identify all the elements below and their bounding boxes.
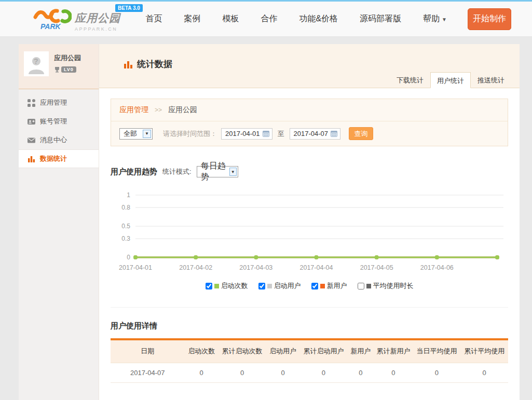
breadcrumb-separator: >>	[155, 106, 162, 114]
chart-legend: 启动次数启动用户新用户平均使用时长	[111, 281, 508, 291]
usage-trend-chart: 00.30.50.812017-04-012017-04-022017-04-0…	[111, 190, 508, 275]
chevron-down-icon: ▼	[229, 168, 237, 176]
table-cell: 0	[185, 363, 219, 382]
main-nav: 首页 案例 模板 合作 功能&价格 源码部署版 帮助▼	[145, 13, 447, 24]
legend-checkbox[interactable]	[311, 283, 318, 289]
legend-checkbox[interactable]	[206, 283, 212, 289]
nav-item-cases[interactable]: 案例	[184, 13, 200, 24]
legend-checkbox[interactable]	[258, 283, 265, 289]
svg-text:2017-04-03: 2017-04-03	[239, 264, 272, 271]
app-filter-select[interactable]: 全部 ▼	[119, 128, 153, 140]
nav-item-pricing[interactable]: 功能&价格	[299, 13, 338, 24]
content-body: 应用管理 >> 应用公园 全部 ▼ 请选择时间范围： 2017-04-01	[99, 88, 520, 400]
profile-name: 应用公园	[54, 53, 81, 63]
sidebar-item-app-management[interactable]: 应用管理	[19, 93, 99, 112]
query-button[interactable]: 查询	[349, 127, 373, 140]
legend-swatch-icon	[366, 284, 371, 288]
breadcrumb-app-management[interactable]: 应用管理	[119, 105, 148, 115]
avatar[interactable]: ?	[24, 51, 49, 76]
legend-checkbox[interactable]	[358, 283, 364, 289]
trophy-icon	[54, 66, 60, 73]
legend-label: 新用户	[327, 281, 347, 291]
tab-download-stats[interactable]: 下载统计	[390, 72, 430, 88]
nav-item-templates[interactable]: 模板	[222, 13, 239, 24]
bar-chart-icon	[28, 155, 35, 163]
sidebar-menu: 应用管理 账号管理 消息中心	[19, 89, 99, 168]
nav-item-source-deploy[interactable]: 源码部署版	[360, 13, 401, 24]
svg-text:0.3: 0.3	[121, 235, 130, 242]
table-cell: 0	[219, 363, 266, 382]
column-header: 累计新用户	[374, 339, 413, 363]
page-title: 统计数据	[124, 58, 172, 70]
grid-icon	[28, 99, 35, 107]
table-header-row: 日期启动次数累计启动次数启动用户累计启动用户新用户累计新用户当日平均使用累计平均…	[111, 339, 508, 363]
content-header: 统计数据 下载统计 用户统计 推送统计	[99, 44, 520, 88]
legend-item-3: 平均使用时长	[358, 281, 414, 291]
legend-swatch-icon	[267, 284, 272, 288]
sidebar-item-account-management[interactable]: 账号管理	[19, 112, 99, 131]
svg-text:?: ?	[34, 57, 38, 65]
sidebar-item-data-statistics[interactable]: 数据统计	[19, 149, 99, 168]
date-to-input[interactable]: 2017-04-07	[290, 128, 341, 140]
table-cell: 0	[347, 363, 374, 382]
chevron-down-icon: ▼	[442, 17, 447, 22]
filter-row: 全部 ▼ 请选择时间范围： 2017-04-01 至 20	[111, 121, 508, 146]
date-range-label: 请选择时间范围：	[163, 129, 217, 139]
column-header: 启动用户	[266, 339, 299, 363]
tab-user-stats[interactable]: 用户统计	[430, 72, 471, 88]
column-header: 当日平均使用	[413, 339, 461, 363]
account-card-icon	[28, 118, 35, 126]
person-placeholder-icon: ?	[26, 53, 47, 74]
nav-item-help[interactable]: 帮助▼	[423, 13, 447, 24]
profile-box: ? 应用公园 LV0	[19, 44, 99, 89]
legend-swatch-icon	[214, 284, 219, 288]
start-create-button[interactable]: 开始制作	[468, 8, 511, 30]
section-divider	[111, 307, 508, 308]
svg-text:0: 0	[127, 254, 130, 261]
envelope-icon	[28, 136, 35, 144]
table-cell: 0	[460, 363, 508, 382]
logo-mark-icon: PARK	[33, 7, 72, 31]
nav-item-cooperation[interactable]: 合作	[261, 13, 277, 24]
svg-text:2017-04-05: 2017-04-05	[360, 264, 393, 271]
legend-item-2: 新用户	[311, 281, 347, 291]
column-header: 启动次数	[185, 339, 219, 363]
logo-title: 应用公园	[75, 11, 120, 25]
legend-label: 平均使用时长	[373, 281, 414, 291]
legend-item-1: 启动用户	[258, 281, 301, 291]
table-row: 2017-04-0700000000	[111, 363, 508, 382]
date-from-input[interactable]: 2017-04-01	[221, 128, 272, 140]
to-label: 至	[278, 129, 284, 139]
statistics-icon	[124, 60, 133, 69]
svg-text:2017-04-02: 2017-04-02	[179, 264, 212, 271]
legend-item-0: 启动次数	[206, 281, 248, 291]
nav-item-home[interactable]: 首页	[145, 13, 162, 24]
table-cell: 0	[266, 363, 299, 382]
filter-panel: 应用管理 >> 应用公园 全部 ▼ 请选择时间范围： 2017-04-01	[111, 99, 508, 146]
legend-label: 启动次数	[221, 281, 248, 291]
breadcrumb: 应用管理 >> 应用公园	[111, 99, 508, 121]
column-header: 日期	[111, 339, 185, 363]
legend-swatch-icon	[320, 284, 325, 288]
stats-tabs: 下载统计 用户统计 推送统计	[390, 72, 511, 88]
svg-text:2017-04-06: 2017-04-06	[420, 264, 454, 271]
tab-push-stats[interactable]: 推送统计	[471, 72, 511, 88]
calendar-icon	[263, 130, 269, 137]
svg-text:2017-04-04: 2017-04-04	[300, 264, 333, 271]
legend-label: 启动用户	[274, 281, 301, 291]
trend-title: 用户使用趋势	[111, 167, 157, 177]
trend-mode-select[interactable]: 每日趋势 ▼	[197, 166, 238, 177]
column-header: 累计平均使用	[460, 339, 508, 363]
usage-details-table: 日期启动次数累计启动次数启动用户累计启动用户新用户累计新用户当日平均使用累计平均…	[111, 338, 508, 383]
content-area: 统计数据 下载统计 用户统计 推送统计 应用管理 >> 应用公园 全部 ▼	[99, 44, 520, 400]
details-title: 用户使用详情	[111, 321, 508, 331]
beta-badge: BETA 3.0	[115, 4, 143, 12]
logo[interactable]: PARK 应用公园 APPPARK.CN	[33, 7, 120, 32]
sidebar-item-message-center[interactable]: 消息中心	[19, 131, 99, 149]
trend-header: 用户使用趋势 统计模式: 每日趋势 ▼	[111, 166, 508, 177]
table-cell: 0	[300, 363, 348, 382]
svg-text:1: 1	[127, 191, 130, 199]
table-cell: 0	[413, 363, 461, 382]
chevron-down-icon: ▼	[143, 130, 151, 138]
main-card: ? 应用公园 LV0 应用管理	[19, 44, 520, 400]
